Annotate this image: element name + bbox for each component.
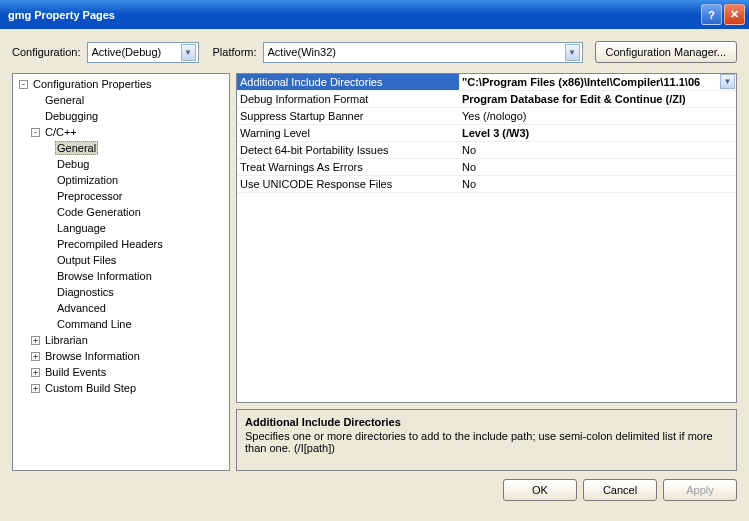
prop-value[interactable]: Yes (/nologo)	[459, 108, 736, 125]
tree-item-cc-debug[interactable]: Debug	[13, 156, 229, 172]
config-manager-button[interactable]: Configuration Manager...	[595, 41, 737, 63]
grid-row[interactable]: Suppress Startup BannerYes (/nologo)	[237, 108, 736, 125]
tree-item-custom[interactable]: +Custom Build Step	[13, 380, 229, 396]
config-tree[interactable]: -Configuration Properties General Debugg…	[12, 73, 230, 471]
prop-value[interactable]: No	[459, 142, 736, 159]
close-icon[interactable]: ✕	[724, 4, 745, 25]
tree-item-cc-lang[interactable]: Language	[13, 220, 229, 236]
tree-item-cc-opt[interactable]: Optimization	[13, 172, 229, 188]
grid-row[interactable]: Warning LevelLevel 3 (/W3)	[237, 125, 736, 142]
window-title: gmg Property Pages	[8, 9, 699, 21]
grid-row[interactable]: Use UNICODE Response FilesNo	[237, 176, 736, 193]
title-bar: gmg Property Pages ? ✕	[0, 0, 749, 29]
tree-root[interactable]: -Configuration Properties	[13, 76, 229, 92]
prop-value[interactable]: No	[459, 176, 736, 193]
tree-item-cc-out[interactable]: Output Files	[13, 252, 229, 268]
tree-item-cc-pre[interactable]: Preprocessor	[13, 188, 229, 204]
platform-combo[interactable]: Active(Win32) ▼	[263, 42, 583, 63]
tree-item-debugging[interactable]: Debugging	[13, 108, 229, 124]
prop-name: Suppress Startup Banner	[237, 108, 459, 125]
expand-icon[interactable]: +	[31, 336, 40, 345]
description-title: Additional Include Directories	[245, 416, 728, 428]
chevron-down-icon[interactable]: ▼	[565, 44, 580, 61]
description-text: Specifies one or more directories to add…	[245, 430, 728, 454]
platform-value: Active(Win32)	[268, 46, 565, 58]
platform-label: Platform:	[213, 46, 257, 58]
chevron-down-icon[interactable]: ▼	[181, 44, 196, 61]
apply-button[interactable]: Apply	[663, 479, 737, 501]
prop-name: Detect 64-bit Portability Issues	[237, 142, 459, 159]
tree-item-cc-diag[interactable]: Diagnostics	[13, 284, 229, 300]
tree-item-browseinfo[interactable]: +Browse Information	[13, 348, 229, 364]
grid-row-selected[interactable]: Additional Include Directories "C:\Progr…	[237, 74, 736, 91]
grid-row[interactable]: Debug Information FormatProgram Database…	[237, 91, 736, 108]
collapse-icon[interactable]: -	[19, 80, 28, 89]
property-grid[interactable]: Additional Include Directories "C:\Progr…	[236, 73, 737, 403]
grid-row[interactable]: Treat Warnings As ErrorsNo	[237, 159, 736, 176]
collapse-icon[interactable]: -	[31, 128, 40, 137]
tree-item-buildev[interactable]: +Build Events	[13, 364, 229, 380]
prop-name: Use UNICODE Response Files	[237, 176, 459, 193]
prop-value[interactable]: Level 3 (/W3)	[459, 125, 736, 142]
expand-icon[interactable]: +	[31, 368, 40, 377]
grid-row[interactable]: Detect 64-bit Portability IssuesNo	[237, 142, 736, 159]
prop-value[interactable]: "C:\Program Files (x86)\Intel\Compiler\1…	[459, 74, 736, 91]
tree-item-cc-browse[interactable]: Browse Information	[13, 268, 229, 284]
prop-value[interactable]: Program Database for Edit & Continue (/Z…	[459, 91, 736, 108]
prop-name: Treat Warnings As Errors	[237, 159, 459, 176]
prop-value[interactable]: No	[459, 159, 736, 176]
tree-item-cc-general[interactable]: General	[13, 140, 229, 156]
tree-item-cc-adv[interactable]: Advanced	[13, 300, 229, 316]
prop-name: Warning Level	[237, 125, 459, 142]
ok-button[interactable]: OK	[503, 479, 577, 501]
tree-item-cc-cmd[interactable]: Command Line	[13, 316, 229, 332]
tree-item-librarian[interactable]: +Librarian	[13, 332, 229, 348]
config-value: Active(Debug)	[92, 46, 181, 58]
expand-icon[interactable]: +	[31, 384, 40, 393]
tree-item-general[interactable]: General	[13, 92, 229, 108]
tree-item-cc-code[interactable]: Code Generation	[13, 204, 229, 220]
config-label: Configuration:	[12, 46, 81, 58]
expand-icon[interactable]: +	[31, 352, 40, 361]
tree-item-cc-pch[interactable]: Precompiled Headers	[13, 236, 229, 252]
prop-name: Debug Information Format	[237, 91, 459, 108]
chevron-down-icon[interactable]: ▼	[720, 74, 735, 89]
cancel-button[interactable]: Cancel	[583, 479, 657, 501]
tree-item-ccpp[interactable]: -C/C++	[13, 124, 229, 140]
help-icon[interactable]: ?	[701, 4, 722, 25]
config-row: Configuration: Active(Debug) ▼ Platform:…	[12, 41, 737, 63]
description-panel: Additional Include Directories Specifies…	[236, 409, 737, 471]
dialog-buttons: OK Cancel Apply	[12, 471, 737, 501]
config-combo[interactable]: Active(Debug) ▼	[87, 42, 199, 63]
prop-name: Additional Include Directories	[237, 74, 459, 91]
